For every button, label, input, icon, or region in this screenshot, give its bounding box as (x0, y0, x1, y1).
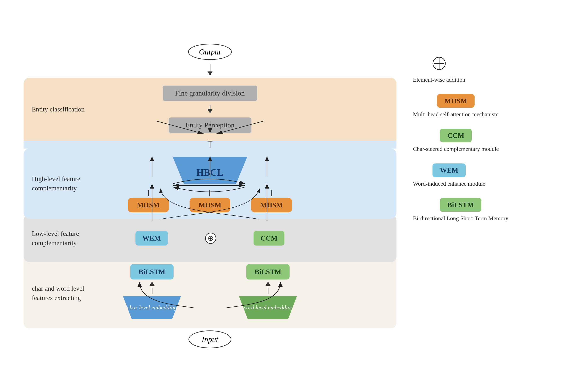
legend: Element-wise addition MHSM Multi-head se… (413, 44, 509, 222)
classification-label: Entity classification (32, 105, 85, 114)
entity-perception-box: Entity Perception (169, 117, 251, 133)
char-embed-label: char level embedding (127, 304, 177, 311)
wem-col: WEM (136, 231, 168, 246)
mhsm-row: MHSM MHSM MHSM (32, 190, 388, 212)
bilstm-word-arrow (265, 281, 271, 286)
low-label: Low-level feature complementarity (32, 229, 86, 248)
element-wise-symbol (432, 56, 446, 73)
entity-perception-connector (208, 105, 212, 113)
classif-high-line (210, 141, 210, 148)
legend-mhsm: MHSM Multi-head self-attention mechanism (413, 94, 499, 118)
legend-mhsm-text: Multi-head self-attention mechanism (413, 110, 499, 118)
legend-mhsm-box: MHSM (437, 94, 475, 108)
mhsm-left-box: MHSM (128, 198, 169, 212)
legend-bilstm-text: Bi-directional Long Short-Term Memory (413, 214, 509, 222)
bilstm-char-box: BiLSTM (130, 264, 173, 280)
hbcl-trap: HBCL (173, 157, 247, 184)
bilstm-char-arrow (150, 281, 154, 286)
bilstm-char-col: BiLSTM char level embedding (123, 264, 181, 319)
output-arrow-line (210, 64, 210, 71)
legend-bilstm-box: BiLSTM (440, 198, 481, 212)
bilstm-word-line (268, 288, 268, 294)
legend-element-wise: Element-wise addition (413, 56, 465, 84)
bilstm-word-box: BiLSTM (246, 264, 289, 280)
mhsm-right-box: MHSM (251, 198, 292, 212)
ccm-box: CCM (253, 231, 284, 246)
layer-high: High-level feature complementarity HBCL … (24, 149, 396, 219)
element-wise-text: Element-wise addition (413, 76, 465, 84)
layer-low: Low-level feature complementarity WEM ⊕ … (24, 214, 396, 262)
output-arrowhead (208, 71, 212, 76)
output-ellipse: Output (188, 44, 232, 60)
legend-bilstm: BiLSTM Bi-directional Long Short-Term Me… (413, 198, 509, 222)
legend-wem: WEM Word-induced enhance module (413, 164, 485, 188)
word-embed-trap: word level embedding (239, 296, 297, 319)
input-ellipse: Input (189, 330, 231, 348)
ep-arrow (208, 109, 212, 113)
bilstm-word-col: BiLSTM word level embedding (239, 264, 297, 319)
hbcl-label: HBCL (196, 163, 223, 178)
mhsm-right-line (271, 190, 272, 196)
mhsm-center-col: MHSM (190, 190, 231, 212)
output-section: Output (24, 44, 396, 76)
word-embed-label: word level embedding (242, 304, 293, 311)
legend-ccm: CCM Char-steered complementary module (413, 129, 499, 153)
layer-classification: Entity classification Fine granularity d… (24, 78, 396, 141)
ccm-col: CCM (253, 231, 284, 246)
mhsm-center-line (209, 190, 210, 196)
fine-granularity-box: Fine granularity division (163, 85, 257, 101)
diagram-wrapper: Output Entity classification Fine granul… (24, 44, 396, 348)
circle-plus-col: ⊕ (205, 233, 216, 244)
classification-content: Fine granularity division Entity Percept… (32, 84, 388, 134)
legend-ccm-box: CCM (440, 129, 472, 142)
mhsm-left-line (148, 190, 149, 196)
legend-wem-box: WEM (432, 164, 466, 177)
bilstm-char-line (152, 288, 153, 294)
mhsm-center-box: MHSM (190, 198, 231, 212)
main-container: Output Entity classification Fine granul… (15, 31, 554, 361)
char-embed-trap: char level embedding (123, 296, 181, 319)
high-label: High-level feature complementarity (32, 174, 86, 193)
legend-ccm-text: Char-steered complementary module (413, 145, 499, 153)
wem-box: WEM (136, 231, 168, 246)
mhsm-left-col: MHSM (128, 190, 169, 212)
mhsm-right-col: MHSM (251, 190, 292, 212)
input-section: Input (24, 326, 396, 348)
circle-plus: ⊕ (205, 233, 216, 244)
extract-label: char and word level features extracting (32, 284, 86, 303)
ep-line1 (210, 105, 210, 109)
legend-wem-text: Word-induced enhance module (413, 180, 485, 188)
layer-extract: char and word level features extracting … (24, 258, 396, 328)
